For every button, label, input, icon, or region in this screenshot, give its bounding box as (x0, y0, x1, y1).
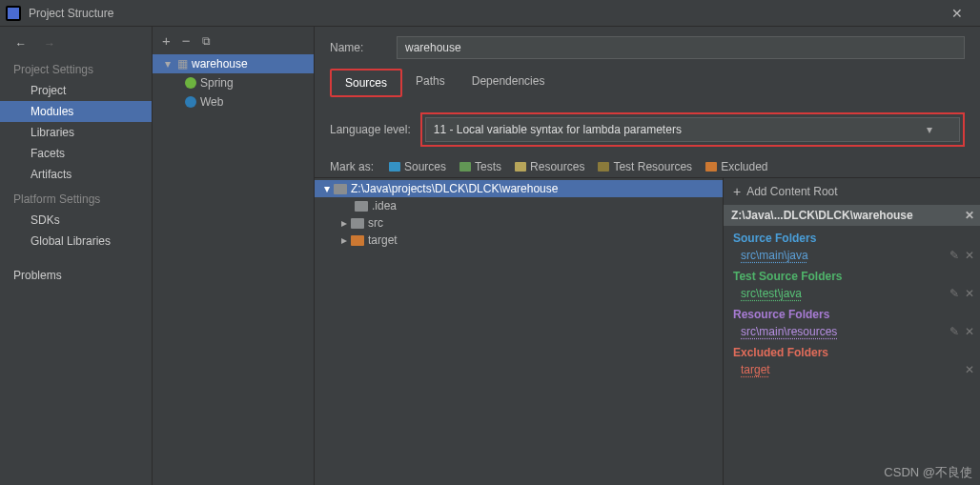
remove-icon[interactable]: ✕ (965, 287, 974, 300)
edit-icon[interactable]: ✎ (949, 249, 959, 262)
tree-root[interactable]: ▾ Z:\Java\projects\DLCK\DLCK\warehouse (315, 180, 723, 197)
tree-idea[interactable]: .idea (315, 197, 723, 214)
nav-artifacts[interactable]: Artifacts (0, 164, 152, 185)
test-folders-title: Test Source Folders (724, 264, 980, 285)
chevron-right-icon: ▸ (341, 216, 347, 230)
source-folders-title: Source Folders (724, 226, 980, 247)
web-icon (185, 96, 196, 108)
app-logo-icon (6, 6, 21, 21)
sources-folder-icon (389, 162, 400, 172)
resource-folder-item[interactable]: src\main\resources ✎ ✕ (724, 323, 980, 340)
nav-modules[interactable]: Modules (0, 101, 152, 122)
remove-icon[interactable]: ✕ (965, 325, 974, 338)
nav-libraries[interactable]: Libraries (0, 122, 152, 143)
forward-arrow-icon: → (42, 36, 57, 51)
nav-project[interactable]: Project (0, 80, 152, 101)
content-tree: ▾ Z:\Java\projects\DLCK\DLCK\warehouse .… (315, 178, 723, 485)
folder-icon (355, 201, 368, 212)
language-level-combo[interactable]: 11 - Local variable syntax for lambda pa… (425, 117, 960, 142)
name-label: Name: (330, 41, 387, 54)
section-platform-settings: Platform Settings (0, 185, 152, 210)
remove-module-icon[interactable]: − (182, 32, 191, 49)
spring-icon (185, 77, 196, 89)
test-folder-item[interactable]: src\test\java ✎ ✕ (724, 285, 980, 302)
folder-icon (334, 184, 347, 194)
facet-web[interactable]: Web (153, 92, 314, 111)
remove-icon[interactable]: ✕ (965, 249, 974, 262)
chevron-right-icon: ▸ (341, 233, 347, 247)
excluded-folder-icon (705, 162, 717, 172)
section-project-settings: Project Settings (0, 55, 152, 80)
mark-test-resources[interactable]: Test Resources (598, 160, 692, 173)
add-module-icon[interactable]: + (162, 32, 171, 49)
tab-dependencies[interactable]: Dependencies (459, 69, 559, 97)
mark-as-label: Mark as: (330, 160, 374, 173)
module-folder-icon: ▦ (177, 57, 188, 71)
nav-sdks[interactable]: SDKs (0, 210, 152, 231)
resource-folders-title: Resource Folders (724, 302, 980, 323)
nav-facets[interactable]: Facets (0, 143, 152, 164)
mark-sources[interactable]: Sources (389, 160, 446, 173)
folder-icon (351, 218, 364, 229)
tab-paths[interactable]: Paths (402, 69, 459, 97)
mark-tests[interactable]: Tests (459, 160, 501, 173)
settings-sidebar: ← → Project Settings Project Modules Lib… (0, 27, 153, 485)
source-folder-item[interactable]: src\main\java ✎ ✕ (724, 247, 980, 264)
content-root-path[interactable]: Z:\Java\...DLCK\DLCK\warehouse ✕ (724, 205, 980, 226)
module-label: warehouse (192, 57, 248, 71)
resources-folder-icon (515, 162, 526, 172)
language-level-label: Language level: (330, 123, 411, 136)
window-title: Project Structure (29, 7, 940, 20)
test-resources-folder-icon (598, 162, 609, 172)
edit-icon[interactable]: ✎ (949, 325, 959, 338)
excluded-folders-title: Excluded Folders (724, 340, 980, 361)
nav-problems[interactable]: Problems (0, 265, 152, 286)
chevron-down-icon: ▾ (162, 57, 174, 71)
remove-content-root-icon[interactable]: ✕ (965, 209, 974, 222)
mark-excluded[interactable]: Excluded (705, 160, 767, 173)
close-icon[interactable]: ✕ (940, 6, 974, 21)
add-content-root-icon[interactable]: + (733, 184, 741, 199)
module-warehouse[interactable]: ▾ ▦ warehouse (153, 54, 314, 73)
mark-resources[interactable]: Resources (515, 160, 584, 173)
back-arrow-icon[interactable]: ← (13, 36, 29, 51)
tab-sources[interactable]: Sources (330, 69, 402, 97)
excluded-folder-item[interactable]: target ✕ (724, 361, 980, 378)
excluded-folder-icon (351, 235, 364, 246)
module-name-input[interactable] (397, 36, 965, 59)
module-list-pane: + − ⧉ ▾ ▦ warehouse Spring Web (153, 27, 315, 485)
tree-src[interactable]: ▸ src (315, 214, 723, 232)
edit-icon[interactable]: ✎ (949, 287, 959, 300)
add-content-root-label[interactable]: Add Content Root (746, 185, 837, 198)
tests-folder-icon (459, 162, 471, 172)
chevron-down-icon: ▾ (324, 182, 330, 195)
copy-module-icon[interactable]: ⧉ (202, 34, 211, 48)
tree-target[interactable]: ▸ target (315, 232, 723, 249)
language-level-highlight: 11 - Local variable syntax for lambda pa… (420, 112, 965, 147)
remove-icon[interactable]: ✕ (965, 363, 974, 376)
content-root-pane: + Add Content Root Z:\Java\...DLCK\DLCK\… (723, 178, 980, 485)
nav-global-libraries[interactable]: Global Libraries (0, 231, 152, 252)
facet-spring[interactable]: Spring (153, 73, 314, 92)
